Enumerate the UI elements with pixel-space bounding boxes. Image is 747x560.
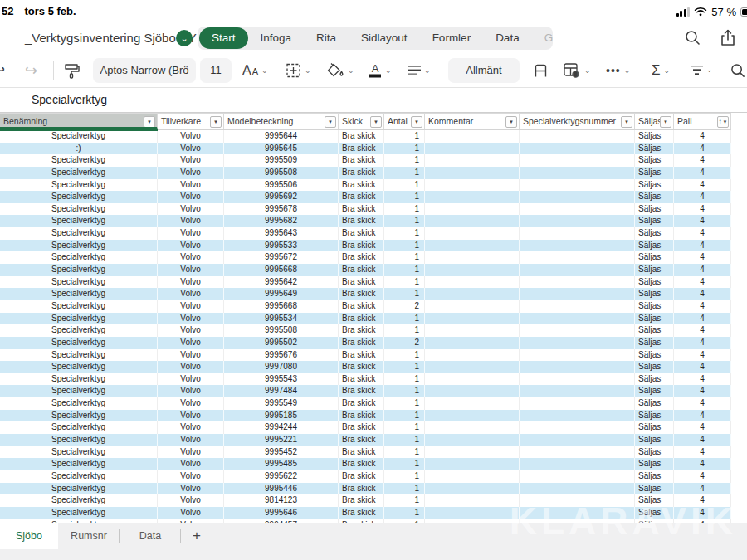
cell-kommentar[interactable] (425, 240, 520, 252)
cell-antal[interactable]: 1 (384, 494, 425, 507)
font-name-selector[interactable]: Aptos Narrow (Brö (93, 58, 196, 83)
share-icon[interactable] (720, 29, 735, 46)
filter-dropdown-button[interactable]: ▼ (660, 116, 671, 128)
cell-benämning[interactable]: Specialverktyg (0, 458, 158, 470)
cell-kommentar[interactable] (425, 507, 520, 519)
cell-specialverktygsnummer[interactable] (520, 251, 635, 264)
cell-benämning[interactable]: Specialverktyg (0, 385, 158, 397)
cell-kommentar[interactable] (425, 446, 520, 459)
cell-säljas[interactable]: Säljas (635, 130, 674, 143)
ribbon-tab-data[interactable]: Data (483, 27, 532, 49)
add-sheet-button[interactable]: + (181, 523, 212, 548)
cell-kommentar[interactable] (425, 264, 520, 276)
cell-säljas[interactable]: Säljas (635, 313, 674, 325)
cell-tillverkare[interactable]: Volvo (158, 324, 224, 337)
cell-pall[interactable]: 4 (674, 434, 731, 446)
cell-pall[interactable]: 4 (674, 154, 731, 167)
cell-benämning[interactable]: Specialverktyg (0, 191, 158, 203)
cell-säljas[interactable]: Säljas (635, 179, 674, 192)
sort-filter-button[interactable]: ⌄ (691, 66, 713, 75)
search-icon[interactable] (685, 30, 701, 46)
cell-antal[interactable]: 1 (384, 240, 425, 252)
cell-modelbeteckning[interactable]: 9995502 (224, 337, 339, 349)
cell-kommentar[interactable] (425, 227, 520, 240)
cell-säljas[interactable]: Säljas (635, 494, 674, 507)
cell-skick[interactable]: Bra skick (339, 434, 384, 446)
cell-antal[interactable]: 1 (384, 446, 425, 459)
cell-tillverkare[interactable]: Volvo (158, 313, 224, 325)
cell-pall[interactable]: 4 (674, 167, 731, 179)
cell-tillverkare[interactable]: Volvo (158, 446, 224, 459)
filter-dropdown-button[interactable]: ▼ (144, 116, 155, 128)
cell-modelbeteckning[interactable]: 9995549 (224, 397, 339, 410)
cell-format-button[interactable]: $ ⌄ (563, 62, 591, 79)
cell-specialverktygsnummer[interactable] (520, 227, 635, 240)
cell-kommentar[interactable] (425, 494, 520, 507)
cell-antal[interactable]: 1 (384, 324, 425, 337)
cell-skick[interactable]: Bra skick (339, 276, 384, 289)
cell-kommentar[interactable] (425, 203, 520, 216)
cell-modelbeteckning[interactable]: 9995221 (224, 434, 339, 446)
cell-modelbeteckning[interactable]: 9995649 (224, 288, 339, 300)
cell-kommentar[interactable] (425, 483, 520, 495)
cell-modelbeteckning[interactable]: 9995508 (224, 167, 339, 179)
cell-tillverkare[interactable]: Volvo (158, 421, 224, 434)
cell-pall[interactable]: 4 (674, 507, 731, 519)
cell-kommentar[interactable] (425, 313, 520, 325)
cell-specialverktygsnummer[interactable] (520, 470, 635, 483)
cell-pall[interactable]: 4 (674, 313, 731, 325)
cell-pall[interactable]: 4 (674, 349, 731, 362)
cell-kommentar[interactable] (425, 154, 520, 167)
cell-antal[interactable]: 1 (384, 458, 425, 470)
cell-modelbeteckning[interactable]: 9995534 (224, 313, 339, 325)
cell-skick[interactable]: Bra skick (339, 446, 384, 459)
column-header-antal[interactable]: Antal▼ (384, 114, 425, 129)
cell-skick[interactable]: Bra skick (339, 313, 384, 325)
cell-specialverktygsnummer[interactable] (520, 421, 635, 434)
cell-benämning[interactable]: Specialverktyg (0, 276, 158, 289)
cell-benämning[interactable]: Specialverktyg (0, 349, 158, 362)
cell-säljas[interactable]: Säljas (635, 324, 674, 337)
cell-skick[interactable]: Bra skick (339, 385, 384, 397)
cell-specialverktygsnummer[interactable] (520, 203, 635, 216)
cell-benämning[interactable]: Specialverktyg (0, 167, 158, 179)
cell-benämning[interactable]: Specialverktyg (0, 130, 158, 143)
cell-antal[interactable]: 1 (384, 361, 425, 373)
sort-filter-applied-icon[interactable]: ↑▼ (717, 116, 729, 128)
cell-antal[interactable]: 1 (384, 215, 425, 227)
cell-antal[interactable]: 1 (384, 313, 425, 325)
cell-specialverktygsnummer[interactable] (520, 397, 635, 410)
cell-pall[interactable]: 4 (674, 446, 731, 459)
column-header-tillverkare[interactable]: Tillverkare▼ (158, 114, 224, 129)
cell-modelbeteckning[interactable]: 9995676 (224, 349, 339, 362)
cell-tillverkare[interactable]: Volvo (158, 143, 224, 155)
cell-tillverkare[interactable]: Volvo (158, 227, 224, 240)
cell-antal[interactable]: 1 (384, 227, 425, 240)
cell-antal[interactable]: 1 (384, 507, 425, 519)
cell-säljas[interactable]: Säljas (635, 203, 674, 216)
cell-antal[interactable]: 1 (384, 397, 425, 410)
cell-antal[interactable]: 1 (384, 251, 425, 264)
cell-benämning[interactable]: Specialverktyg (0, 179, 158, 192)
undo-button[interactable]: ↩ (0, 61, 5, 80)
cell-specialverktygsnummer[interactable] (520, 373, 635, 386)
cell-tillverkare[interactable]: Volvo (158, 470, 224, 483)
column-header-säljas[interactable]: Säljas▼ (635, 114, 674, 129)
cell-benämning[interactable]: Specialverktyg (0, 434, 158, 446)
cell-benämning[interactable]: Specialverktyg (0, 337, 158, 349)
autosum-button[interactable]: Σ⌄ (652, 62, 670, 79)
cell-kommentar[interactable] (425, 421, 520, 434)
cell-benämning[interactable]: Specialverktyg (0, 324, 158, 337)
cell-pall[interactable]: 4 (674, 288, 731, 300)
cell-benämning[interactable]: Specialverktyg (0, 251, 158, 264)
cell-säljas[interactable]: Säljas (635, 276, 674, 289)
cell-benämning[interactable]: Specialverktyg (0, 470, 158, 483)
font-size-selector[interactable]: 11 (200, 58, 232, 83)
ribbon-tab-start[interactable]: Start (199, 27, 248, 49)
ribbon-tab-formler[interactable]: Formler (420, 27, 484, 49)
cell-pall[interactable]: 4 (674, 240, 731, 252)
cell-antal[interactable]: 1 (384, 276, 425, 289)
filter-dropdown-button[interactable]: ▼ (370, 116, 382, 128)
cell-kommentar[interactable] (425, 373, 520, 386)
cell-säljas[interactable]: Säljas (635, 337, 674, 349)
